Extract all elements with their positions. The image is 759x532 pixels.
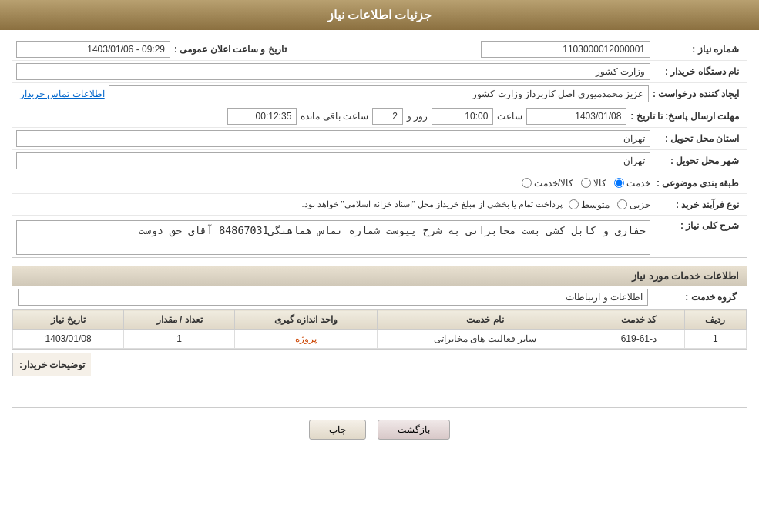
deadline-remain-label-text: ساعت باقی مانده [297,111,372,122]
contact-link[interactable]: اطلاعات تماس خریدار [16,89,109,99]
services-section: اطلاعات خدمات مورد نیاز گروه خدمت : اطلا… [12,266,747,408]
col-row-header: ردیف [684,310,746,330]
city-row: شهر محل تحویل : تهران [12,150,747,172]
radio-partial-item: جزیی [617,199,650,210]
process-radio-group: متوسط جزیی [569,199,650,210]
radio-partial-label: جزیی [630,199,650,210]
col-date-header: تاریخ نیاز [13,310,124,330]
need-number-value: 1103000012000001 [481,41,650,58]
group-label: گروه خدمت : [648,292,741,303]
col-qty-header: تعداد / مقدار [124,310,235,330]
creator-value: عزیز محمدمیوری اصل کاربرداز وزارت کشور [109,85,649,102]
radio-product-label: کالا [593,178,606,189]
number-announce-row: شماره نیاز : 1103000012000001 تاریخ و سا… [12,38,747,61]
description-textarea[interactable] [16,220,650,255]
deadline-label: مهلت ارسال پاسخ: تا تاریخ : [626,111,743,122]
buyer-notes-section: توضیحات خریدار: [12,353,747,408]
main-info-section: شماره نیاز : 1103000012000001 تاریخ و سا… [12,38,747,258]
group-value: اطلاعات و ارتباطات [18,289,648,306]
creator-label: ایجاد کننده درخواست : [649,89,743,99]
deadline-time: 10:00 [432,108,493,125]
buyer-org-label: نام دستگاه خریدار : [650,66,743,77]
buyer-org-row: نام دستگاه خریدار : وزارت کشور [12,61,747,83]
services-section-header: اطلاعات خدمات مورد نیاز [12,266,747,286]
subject-row: طبقه بندی موضوعی : کالا/خدمت کالا خدمت [12,172,747,194]
deadline-remain: 00:12:35 [227,108,297,125]
unit-link[interactable]: پروژه [295,333,317,344]
page-title: جزئیات اطلاعات نیاز [327,8,432,22]
city-value: تهران [16,152,650,169]
city-label: شهر محل تحویل : [650,156,743,166]
province-row: استان محل تحویل : تهران [12,128,747,150]
announce-label: تاریخ و ساعت اعلان عمومی : [170,44,291,55]
page-header: جزئیات اطلاعات نیاز [0,0,759,30]
deadline-time-label: ساعت [493,111,526,122]
radio-product-input[interactable] [581,178,591,188]
process-label: نوع فرآیند خرید : [650,199,743,210]
radio-both-input[interactable] [522,178,532,188]
col-unit-header: واحد اندازه گیری [235,310,377,330]
radio-partial-input[interactable] [617,199,627,209]
buyer-org-value: وزارت کشور [16,63,650,80]
radio-medium-item: متوسط [569,199,610,210]
table-row: 1د-61-619سایر فعالیت های مخابراتیپروژه11… [13,330,747,349]
services-table-wrapper: ردیف کد خدمت نام خدمت واحد اندازه گیری ت… [12,309,747,350]
deadline-row: مهلت ارسال پاسخ: تا تاریخ : 1403/01/08 س… [12,105,747,128]
process-note: پرداخت تمام یا بخشی از مبلغ خریداز محل "… [295,199,569,209]
radio-service-item: خدمت [614,178,650,189]
province-value: تهران [16,130,650,147]
button-row: بازگشت چاپ [12,420,747,440]
radio-both-item: کالا/خدمت [522,178,573,189]
deadline-days-label: روز و [403,111,432,122]
col-name-header: نام خدمت [377,310,593,330]
print-button[interactable]: چاپ [309,420,366,440]
process-row: نوع فرآیند خرید : متوسط جزیی پرداخت تمام… [12,194,747,216]
deadline-days: 2 [372,108,403,125]
buyer-notes-label: توضیحات خریدار: [12,353,91,376]
deadline-date: 1403/01/08 [526,108,626,125]
radio-service-input[interactable] [614,178,624,188]
description-label: شرح کلی نیاز : [650,220,743,231]
creator-row: ایجاد کننده درخواست : عزیز محمدمیوری اصل… [12,83,747,105]
buyer-notes-textarea[interactable] [91,353,747,407]
services-table: ردیف کد خدمت نام خدمت واحد اندازه گیری ت… [12,309,747,349]
description-row: شرح کلی نیاز : [12,216,747,257]
subject-label: طبقه بندی موضوعی : [650,178,743,189]
radio-both-label: کالا/خدمت [534,178,573,189]
announce-value: 1403/01/06 - 09:29 [16,41,170,58]
radio-medium-input[interactable] [569,199,579,209]
radio-product-item: کالا [581,178,606,189]
subject-radio-group: کالا/خدمت کالا خدمت [522,178,650,189]
radio-service-label: خدمت [626,178,650,189]
back-button[interactable]: بازگشت [378,420,450,440]
group-row: گروه خدمت : اطلاعات و ارتباطات [12,286,747,309]
radio-medium-label: متوسط [581,199,610,210]
need-number-label: شماره نیاز : [650,44,743,55]
province-label: استان محل تحویل : [650,133,743,144]
col-code-header: کد خدمت [593,310,685,330]
